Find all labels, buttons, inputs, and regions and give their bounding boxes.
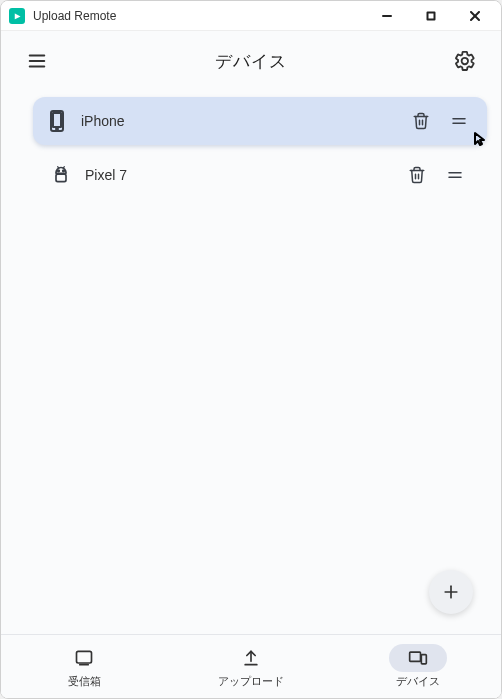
- svg-point-12: [58, 170, 60, 172]
- minimize-button[interactable]: [365, 2, 409, 30]
- titlebar: ▸ Upload Remote: [1, 1, 501, 31]
- topbar: デバイス: [1, 31, 501, 91]
- nav-upload[interactable]: アップロード: [168, 635, 335, 698]
- settings-button[interactable]: [447, 43, 483, 79]
- add-device-fab[interactable]: [429, 570, 473, 614]
- cursor-icon: [473, 131, 489, 147]
- app-window: ▸ Upload Remote デバイス: [0, 0, 502, 699]
- svg-point-13: [63, 170, 65, 172]
- delete-button[interactable]: [407, 107, 435, 135]
- device-row-iphone[interactable]: iPhone: [33, 97, 487, 145]
- phone-icon: [43, 107, 71, 135]
- svg-rect-8: [53, 113, 61, 127]
- svg-rect-24: [421, 655, 426, 664]
- page-title: デバイス: [215, 50, 287, 73]
- devices-icon: [408, 648, 428, 668]
- menu-button[interactable]: [19, 43, 55, 79]
- bottom-nav: 受信箱 アップロード デバイス: [1, 634, 501, 698]
- delete-button[interactable]: [403, 161, 431, 189]
- nav-label: 受信箱: [68, 674, 101, 689]
- upload-icon: [241, 648, 261, 668]
- reorder-handle[interactable]: [441, 161, 469, 189]
- device-name: Pixel 7: [85, 167, 393, 183]
- svg-rect-1: [428, 12, 435, 19]
- nav-devices[interactable]: デバイス: [334, 635, 501, 698]
- app-icon: ▸: [9, 8, 25, 24]
- nav-inbox[interactable]: 受信箱: [1, 635, 168, 698]
- close-button[interactable]: [453, 2, 497, 30]
- device-row-pixel[interactable]: Pixel 7: [37, 151, 483, 199]
- window-title: Upload Remote: [33, 9, 116, 23]
- svg-point-9: [56, 128, 58, 130]
- reorder-handle[interactable]: [445, 107, 473, 135]
- device-name: iPhone: [81, 113, 397, 129]
- inbox-icon: [74, 648, 94, 668]
- nav-label: アップロード: [218, 674, 284, 689]
- svg-rect-21: [77, 651, 92, 663]
- svg-rect-14: [56, 174, 66, 182]
- android-icon: [47, 164, 75, 186]
- content-area: デバイス iPhone: [1, 31, 501, 698]
- device-list: iPhone Pixel 7: [1, 91, 501, 634]
- maximize-button[interactable]: [409, 2, 453, 30]
- nav-label: デバイス: [396, 674, 440, 689]
- svg-rect-23: [409, 652, 420, 661]
